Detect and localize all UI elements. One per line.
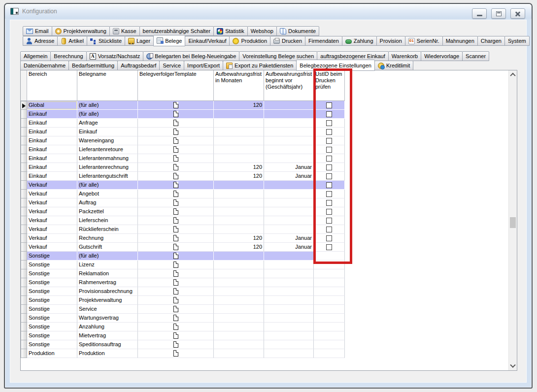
cell-bereich[interactable]: Einkauf [27, 154, 77, 163]
cell-ustid[interactable] [314, 136, 345, 145]
row-header[interactable] [21, 261, 27, 269]
cell-aufbewahrungsfrist-beginnt[interactable] [264, 198, 314, 207]
cell-belegverfolgertemplate[interactable] [138, 314, 214, 323]
tab-webshop[interactable]: Webshop [247, 26, 277, 36]
cell-ustid[interactable] [314, 207, 345, 216]
row-header[interactable] [21, 145, 27, 154]
cell-bereich[interactable]: Produktion [27, 349, 77, 358]
cell-ustid[interactable] [314, 323, 345, 331]
row-header[interactable] [21, 323, 27, 331]
cell-ustid[interactable] [314, 269, 345, 278]
grid-corner-cell[interactable] [21, 70, 27, 101]
row-header[interactable] [21, 172, 27, 181]
cell-aufbewahrungsfrist-beginnt[interactable]: Januar [264, 172, 314, 181]
cell-aufbewahrungsfrist-monate[interactable] [214, 136, 264, 145]
cell-ustid[interactable] [314, 190, 345, 198]
cell-belegverfolgertemplate[interactable] [138, 269, 214, 278]
cell-aufbewahrungsfrist-beginnt[interactable] [264, 278, 314, 287]
tab-kasse[interactable]: Kasse [109, 26, 140, 36]
cell-belegname[interactable]: Rücklieferschein [77, 225, 138, 234]
cell-bereich[interactable]: Sonstige [27, 305, 77, 314]
cell-aufbewahrungsfrist-beginnt[interactable] [264, 128, 314, 136]
cell-aufbewahrungsfrist-monate[interactable]: 120 [214, 243, 264, 252]
ustid-checkbox[interactable] [326, 164, 332, 170]
cell-bereich[interactable]: Sonstige [27, 278, 77, 287]
tab-allgemein[interactable]: Allgemein [20, 51, 51, 61]
cell-belegname[interactable]: Provisionsabrechnung [77, 287, 138, 296]
cell-aufbewahrungsfrist-monate[interactable] [214, 269, 264, 278]
close-button[interactable] [510, 8, 525, 19]
cell-bereich[interactable]: Sonstige [27, 269, 77, 278]
ustid-checkbox[interactable] [326, 120, 332, 126]
ustid-checkbox[interactable] [326, 235, 332, 241]
cell-belegverfolgertemplate[interactable] [138, 323, 214, 331]
cell-belegname[interactable]: Lieferantenrechnung [77, 163, 138, 172]
tab-bedarfsermittlung[interactable]: Bedarfsermittlung [68, 61, 118, 70]
cell-aufbewahrungsfrist-monate[interactable] [214, 261, 264, 269]
ustid-checkbox[interactable] [326, 200, 332, 206]
cell-belegverfolgertemplate[interactable] [138, 181, 214, 190]
tab-produktion[interactable]: Produktion [229, 36, 270, 46]
cell-belegname[interactable]: Lieferantenretoure [77, 145, 138, 154]
cell-aufbewahrungsfrist-beginnt[interactable] [264, 145, 314, 154]
tab-datenübernahme[interactable]: Datenübernahme [20, 61, 69, 70]
row-header[interactable] [21, 349, 27, 358]
cell-belegverfolgertemplate[interactable] [138, 234, 214, 243]
cell-aufbewahrungsfrist-monate[interactable] [214, 145, 264, 154]
cell-ustid[interactable] [314, 145, 345, 154]
row-header[interactable] [21, 181, 27, 190]
tab-firmendaten[interactable]: Firmendaten [305, 36, 342, 46]
cell-aufbewahrungsfrist-beginnt[interactable] [264, 349, 314, 358]
column-header-ustid[interactable]: UstID beim Drucken prüfen [314, 70, 345, 101]
row-header[interactable] [21, 154, 27, 163]
cell-belegverfolgertemplate[interactable] [138, 278, 214, 287]
tab-berechnung[interactable]: Berechnung [50, 51, 86, 61]
cell-bereich[interactable]: Sonstige [27, 261, 77, 269]
cell-belegverfolgertemplate[interactable] [138, 207, 214, 216]
cell-bereich[interactable]: Einkauf [27, 119, 77, 128]
cell-belegname[interactable]: Reklamation [77, 269, 138, 278]
cell-belegname[interactable]: (für alle) [77, 110, 138, 119]
cell-ustid[interactable] [314, 101, 345, 110]
cell-belegname[interactable]: Mietvertrag [77, 331, 138, 340]
cell-bereich[interactable]: Verkauf [27, 207, 77, 216]
column-header-beginnt[interactable]: Aufbewahrungsfrist beginnt vor (Geschäft… [264, 70, 314, 101]
cell-ustid[interactable] [314, 163, 345, 172]
cell-belegname[interactable]: (für alle) [77, 252, 138, 261]
ustid-checkbox[interactable] [326, 182, 332, 188]
cell-belegname[interactable]: Lieferantengutschrift [77, 172, 138, 181]
cell-aufbewahrungsfrist-monate[interactable]: 120 [214, 172, 264, 181]
column-header-belegname[interactable]: Belegname [77, 70, 138, 101]
cell-belegname[interactable]: (für alle) [77, 181, 138, 190]
cell-aufbewahrungsfrist-monate[interactable] [214, 305, 264, 314]
cell-aufbewahrungsfrist-monate[interactable] [214, 340, 264, 349]
tab-seriennr[interactable]: SerienNr. [405, 36, 443, 46]
row-header[interactable] [21, 225, 27, 234]
column-header-bereich[interactable]: Bereich [27, 70, 77, 101]
cell-belegverfolgertemplate[interactable] [138, 101, 214, 110]
cell-aufbewahrungsfrist-beginnt[interactable] [264, 207, 314, 216]
cell-belegname[interactable]: Einkauf [77, 128, 138, 136]
cell-ustid[interactable] [314, 198, 345, 207]
cell-aufbewahrungsfrist-monate[interactable] [214, 296, 264, 305]
cell-belegname[interactable]: Rahmenvertrag [77, 278, 138, 287]
cell-aufbewahrungsfrist-monate[interactable] [214, 278, 264, 287]
scrollbar-thumb[interactable] [510, 217, 516, 228]
ustid-checkbox[interactable] [326, 244, 332, 250]
cell-bereich[interactable]: Verkauf [27, 216, 77, 225]
row-header[interactable] [21, 287, 27, 296]
cell-ustid[interactable] [314, 331, 345, 340]
row-header[interactable] [21, 252, 27, 261]
cell-aufbewahrungsfrist-monate[interactable] [214, 154, 264, 163]
scroll-up-button[interactable] [509, 70, 517, 79]
cell-ustid[interactable] [314, 181, 345, 190]
ustid-checkbox[interactable] [326, 227, 332, 232]
cell-aufbewahrungsfrist-monate[interactable] [214, 190, 264, 198]
tab-dokumente[interactable]: Dokumente [276, 26, 319, 36]
cell-aufbewahrungsfrist-monate[interactable] [214, 198, 264, 207]
cell-bereich[interactable]: Sonstige [27, 323, 77, 331]
cell-belegverfolgertemplate[interactable] [138, 154, 214, 163]
cell-aufbewahrungsfrist-beginnt[interactable] [264, 305, 314, 314]
cell-belegverfolgertemplate[interactable] [138, 287, 214, 296]
tab-provision[interactable]: Provision [376, 36, 405, 46]
